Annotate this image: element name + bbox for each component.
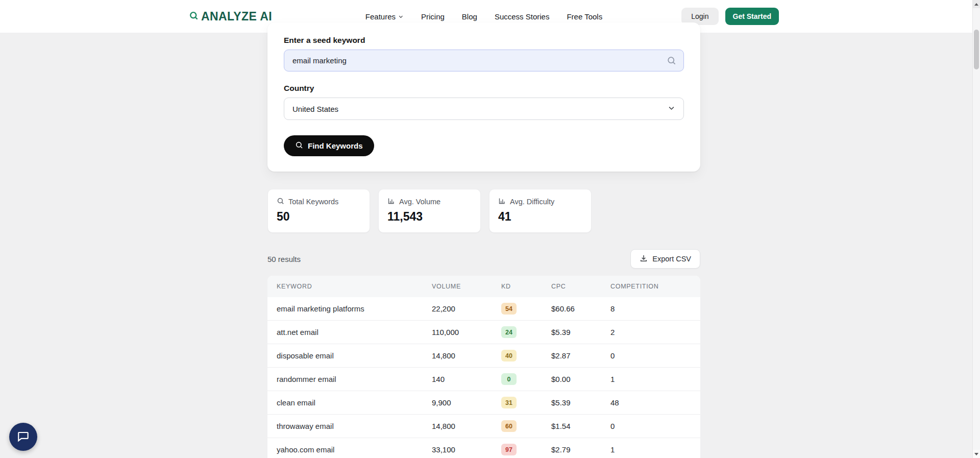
scrollbar-thumb[interactable] bbox=[974, 30, 979, 69]
country-select-value: United States bbox=[292, 105, 338, 113]
kd-badge: 60 bbox=[501, 420, 517, 432]
keyword-cell: att.net email bbox=[277, 328, 432, 336]
cpc-cell: $2.87 bbox=[551, 351, 610, 360]
col-header-competition: COMPETITION bbox=[610, 283, 700, 290]
volume-cell: 9,900 bbox=[432, 398, 501, 407]
search-icon bbox=[277, 197, 284, 206]
competition-cell: 8 bbox=[610, 304, 700, 313]
logo-text: ANALYZE AI bbox=[201, 10, 272, 23]
arrow-down-icon bbox=[974, 453, 978, 455]
stat-card-total-keywords: Total Keywords 50 bbox=[267, 189, 370, 233]
keywords-table: KEYWORD VOLUME KD CPC COMPETITION email … bbox=[267, 276, 700, 458]
competition-cell: 0 bbox=[610, 351, 700, 360]
col-header-keyword: KEYWORD bbox=[277, 283, 432, 290]
table-row: clean email9,90031$5.3948 bbox=[267, 391, 700, 415]
stat-label: Total Keywords bbox=[288, 198, 338, 206]
table-body: email marketing platforms22,20054$60.668… bbox=[267, 297, 700, 458]
cpc-cell: $0.00 bbox=[551, 375, 610, 383]
competition-cell: 2 bbox=[610, 328, 700, 336]
search-icon bbox=[667, 56, 676, 67]
cpc-cell: $5.39 bbox=[551, 328, 610, 336]
col-header-cpc: CPC bbox=[551, 283, 610, 290]
volume-cell: 33,100 bbox=[432, 445, 501, 454]
seed-keyword-label: Enter a seed keyword bbox=[284, 36, 684, 45]
logo-icon bbox=[189, 11, 199, 22]
table-row: yahoo.com email33,10097$2.791 bbox=[267, 438, 700, 458]
table-header-row: KEYWORD VOLUME KD CPC COMPETITION bbox=[267, 276, 700, 297]
table-row: email marketing platforms22,20054$60.668 bbox=[267, 297, 700, 321]
nav-item-pricing[interactable]: Pricing bbox=[421, 12, 445, 21]
keyword-cell: yahoo.com email bbox=[277, 445, 432, 454]
header-actions: Login Get Started bbox=[681, 8, 779, 25]
bar-chart-icon bbox=[498, 197, 506, 206]
stat-value: 41 bbox=[498, 210, 582, 224]
cpc-cell: $60.66 bbox=[551, 304, 610, 313]
scroll-up-button[interactable] bbox=[973, 0, 980, 8]
nav-item-features[interactable]: Features bbox=[365, 12, 404, 21]
volume-cell: 14,800 bbox=[432, 422, 501, 430]
find-keywords-button[interactable]: Find Keywords bbox=[284, 135, 374, 156]
cpc-cell: $5.39 bbox=[551, 398, 610, 407]
kd-badge: 54 bbox=[501, 303, 517, 315]
nav-item-free-tools[interactable]: Free Tools bbox=[567, 12, 602, 21]
scroll-down-button[interactable] bbox=[973, 450, 980, 458]
chat-bubble-icon bbox=[17, 429, 30, 445]
volume-cell: 22,200 bbox=[432, 304, 501, 313]
competition-cell: 0 bbox=[610, 422, 700, 430]
competition-cell: 48 bbox=[610, 398, 700, 407]
keyword-cell: disposable email bbox=[277, 351, 432, 360]
chevron-down-icon bbox=[668, 104, 675, 113]
search-icon bbox=[295, 141, 303, 151]
main-content: Enter a seed keyword Country United Stat… bbox=[0, 22, 980, 458]
keyword-cell: throwaway email bbox=[277, 422, 432, 430]
chevron-down-icon bbox=[398, 12, 404, 21]
scrollbar bbox=[972, 0, 980, 458]
seed-keyword-input[interactable] bbox=[284, 50, 684, 71]
stat-label: Avg. Volume bbox=[399, 198, 440, 206]
volume-cell: 14,800 bbox=[432, 351, 501, 360]
stat-value: 11,543 bbox=[387, 210, 472, 224]
stat-card-avg-volume: Avg. Volume 11,543 bbox=[378, 189, 481, 233]
country-label: Country bbox=[284, 84, 684, 93]
competition-cell: 1 bbox=[610, 445, 700, 454]
kd-badge: 40 bbox=[501, 350, 517, 361]
get-started-button[interactable]: Get Started bbox=[725, 8, 779, 25]
table-row: throwaway email14,80060$1.540 bbox=[267, 415, 700, 438]
keyword-cell: clean email bbox=[277, 398, 432, 407]
logo[interactable]: ANALYZE AI bbox=[189, 10, 272, 23]
stat-card-avg-difficulty: Avg. Difficulty 41 bbox=[489, 189, 592, 233]
table-row: randommer email1400$0.001 bbox=[267, 368, 700, 391]
table-row: disposable email14,80040$2.870 bbox=[267, 344, 700, 368]
stats-row: Total Keywords 50 Avg. Volume 11,543 bbox=[267, 189, 700, 233]
keyword-search-panel: Enter a seed keyword Country United Stat… bbox=[267, 22, 700, 172]
stat-label: Avg. Difficulty bbox=[510, 198, 554, 206]
competition-cell: 1 bbox=[610, 375, 700, 383]
col-header-kd: KD bbox=[501, 283, 551, 290]
table-row: att.net email110,00024$5.392 bbox=[267, 321, 700, 344]
download-icon bbox=[640, 254, 648, 264]
keyword-cell: randommer email bbox=[277, 375, 432, 383]
nav-item-blog[interactable]: Blog bbox=[462, 12, 477, 21]
cpc-cell: $1.54 bbox=[551, 422, 610, 430]
main-nav: Features Pricing Blog Success Stories Fr… bbox=[365, 12, 602, 21]
bar-chart-icon bbox=[387, 197, 395, 206]
stat-value: 50 bbox=[277, 210, 361, 224]
kd-badge: 24 bbox=[501, 326, 517, 338]
volume-cell: 140 bbox=[432, 375, 501, 383]
chat-widget-button[interactable] bbox=[9, 423, 37, 451]
nav-item-success-stories[interactable]: Success Stories bbox=[495, 12, 550, 21]
keyword-cell: email marketing platforms bbox=[277, 304, 432, 313]
results-count: 50 results bbox=[267, 255, 301, 263]
export-csv-button[interactable]: Export CSV bbox=[630, 249, 700, 269]
kd-badge: 97 bbox=[501, 444, 517, 455]
col-header-volume: VOLUME bbox=[432, 283, 501, 290]
kd-badge: 31 bbox=[501, 397, 517, 408]
volume-cell: 110,000 bbox=[432, 328, 501, 336]
arrow-up-icon bbox=[974, 3, 978, 6]
cpc-cell: $2.79 bbox=[551, 445, 610, 454]
results-bar: 50 results Export CSV bbox=[267, 249, 700, 269]
country-select[interactable]: United States bbox=[284, 98, 684, 120]
kd-badge: 0 bbox=[501, 373, 517, 385]
